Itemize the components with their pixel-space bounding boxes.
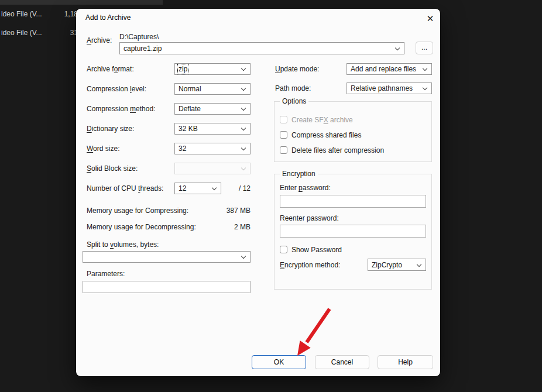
cpu-threads-combobox[interactable]: 12 [174,183,221,194]
help-button[interactable]: Help [378,355,433,369]
chevron-down-icon [212,185,217,190]
add-to-archive-dialog: Add to Archive ✕ Archive: D:\Captures\ c… [76,9,440,376]
encryption-group-title: Encryption [280,170,318,178]
create-sfx-checkbox [280,116,287,123]
word-size-combobox[interactable]: 32 [174,143,251,154]
encryption-method-label: Encryption method: [280,261,340,269]
chevron-down-icon [241,166,246,170]
browse-button[interactable]: ... [416,42,433,54]
screen: ideo File (V... 1,18 ideo File (V... 31 … [0,0,542,392]
compression-level-combobox[interactable]: Normal [174,83,251,95]
archive-format-label: Archive format: [87,65,134,73]
compression-method-label: Compression method: [87,105,155,113]
chevron-down-icon [241,106,246,111]
memory-decompress-value: 2 MB [192,223,251,231]
file-size-cell: 31 [35,29,78,37]
table-row[interactable]: ideo File (V... 1,18 [0,10,78,19]
update-mode-combobox[interactable]: Add and replace files [347,63,432,75]
background-window-titlebar [0,0,163,5]
encryption-method-combobox[interactable]: ZipCrypto [368,259,426,271]
path-mode-combobox[interactable]: Relative pathnames [347,82,432,94]
chevron-down-icon [423,66,427,71]
compression-level-label: Compression level: [87,85,146,93]
archive-path-text: D:\Captures\ [119,33,159,41]
create-sfx-label: Create SFX archive [291,116,353,124]
solid-block-size-label: Solid Block size: [87,164,138,173]
chevron-down-icon [241,146,246,150]
enter-password-label: Enter password: [280,184,331,192]
cpu-threads-label: Number of CPU threads: [87,184,163,192]
parameters-input[interactable] [83,281,251,293]
reenter-password-input[interactable] [280,225,426,238]
chevron-down-icon [417,262,421,267]
cpu-threads-max: / 12 [222,184,251,192]
chevron-down-icon [423,85,427,90]
split-volumes-label: Split to volumes, bytes: [87,240,159,249]
word-size-label: Word size: [87,145,119,153]
cancel-button[interactable]: Cancel [315,355,369,369]
archive-label: Archive: [87,36,112,44]
memory-compress-label: Memory usage for Compressing: [87,207,188,215]
parameters-label: Parameters: [87,270,125,278]
split-volumes-combobox[interactable] [83,251,251,263]
ok-button[interactable]: OK [252,355,306,369]
dictionary-size-combobox[interactable]: 32 KB [174,123,251,135]
enter-password-input[interactable] [280,195,426,208]
show-password-checkbox[interactable] [280,246,287,253]
chevron-down-icon [241,254,246,259]
delete-after-label: Delete files after compression [291,146,384,154]
chevron-down-icon [241,66,246,71]
close-icon[interactable]: ✕ [424,12,437,25]
update-mode-label: Update mode: [275,65,319,73]
compress-shared-label: Compress shared files [291,131,361,139]
memory-decompress-label: Memory usage for Decompressing: [87,223,196,231]
compress-shared-checkbox[interactable] [280,131,287,139]
solid-block-size-combobox [174,163,251,174]
table-row[interactable]: ideo File (V... 31 [0,29,78,38]
dictionary-size-label: Dictionary size: [87,125,134,133]
options-group-title: Options [280,97,308,105]
archive-format-combobox[interactable]: zip [174,63,251,75]
file-size-cell: 1,18 [35,10,78,18]
chevron-down-icon [241,126,246,130]
delete-after-checkbox[interactable] [280,146,287,154]
archive-name-combobox[interactable]: capture1.zip [119,42,404,54]
compression-method-combobox[interactable]: Deflate [174,103,251,115]
memory-compress-value: 387 MB [192,207,251,215]
reenter-password-label: Reenter password: [280,214,339,222]
dialog-title: Add to Archive [85,13,131,22]
chevron-down-icon [241,86,246,91]
show-password-label: Show Password [291,246,342,254]
path-mode-label: Path mode: [275,84,311,92]
archive-name-value: capture1.zip [124,44,162,53]
chevron-down-icon [395,46,400,50]
